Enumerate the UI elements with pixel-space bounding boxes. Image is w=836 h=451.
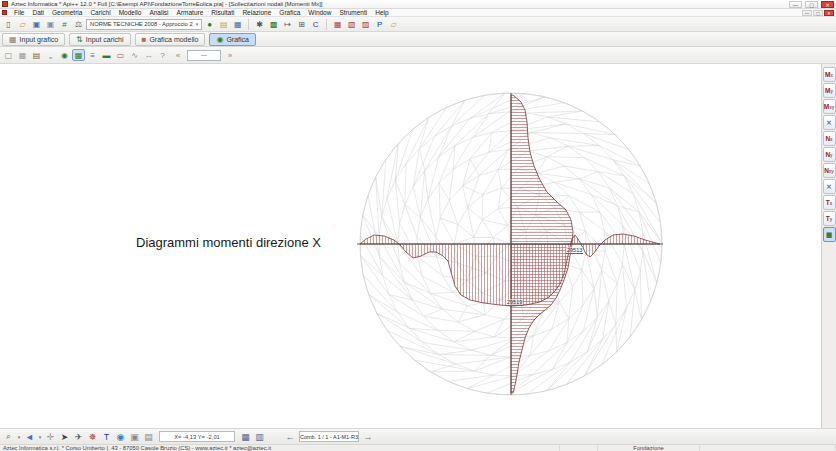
menu-relazione[interactable]: Relazione (238, 9, 275, 16)
explode-icon[interactable]: ✵ (86, 430, 99, 443)
ny-button[interactable]: Ny (823, 147, 836, 162)
layers-icon[interactable]: ▤ (217, 18, 230, 30)
table-mxy-icon[interactable]: ▨ (359, 18, 372, 30)
document-icon (2, 10, 7, 15)
zoom-icon[interactable]: ⌕ (2, 430, 15, 443)
table-toggle-icon[interactable]: ▥ (253, 430, 266, 443)
menu-risultati[interactable]: Risultati (207, 9, 238, 16)
tab-grafica[interactable]: ◉Grafica (209, 33, 256, 46)
menu-dati[interactable]: Dati (28, 9, 48, 16)
select-pointer-icon[interactable]: ➤ (58, 430, 71, 443)
graphics-icon: ◉ (216, 35, 223, 44)
blank-view-icon[interactable]: ▢ (2, 49, 15, 61)
norms-scales-icon[interactable]: ⚖ (72, 18, 85, 30)
my-button[interactable]: My (823, 83, 836, 98)
report-icon[interactable]: ⊞ (295, 18, 308, 30)
grid-toggle-icon[interactable]: ▦ (239, 430, 252, 443)
mxy-button[interactable]: Mxy (823, 99, 836, 114)
mesh-options-icon[interactable]: ▦ (231, 18, 244, 30)
world-view-icon[interactable]: ◉ (114, 430, 127, 443)
new-file-icon[interactable]: ▯ (2, 18, 15, 30)
tab-grafica-modello[interactable]: ■Grafica modello (135, 33, 206, 46)
tx-button[interactable]: Tx (823, 195, 836, 210)
tab-input-grafico[interactable]: ▦Input grafico (2, 33, 65, 46)
status-spacer-cell (560, 445, 598, 451)
diagram-map-button[interactable]: ▦ (823, 227, 836, 242)
result-type-toolbar: MxMyMxy✕NxNyNxy✕TxTy▦ (821, 64, 836, 428)
chevron-down-icon: ▾ (196, 21, 199, 27)
value-label: 29513 (566, 247, 583, 254)
nx-button[interactable]: Nx (823, 131, 836, 146)
model-icon: ■ (142, 35, 147, 44)
list-results-icon[interactable]: ≡ (86, 49, 99, 61)
ty-button[interactable]: Ty (823, 211, 836, 226)
menu-grafica[interactable]: Grafica (275, 9, 304, 16)
tools-icon[interactable]: ✱ (253, 18, 266, 30)
m-cross-button[interactable]: ✕ (823, 115, 836, 130)
open-file-icon[interactable]: ▱ (16, 18, 29, 30)
mdi-minimize-button[interactable]: — (802, 10, 812, 16)
n-cross-button[interactable]: ✕ (823, 179, 836, 194)
menu-carichi[interactable]: Carichi (86, 9, 114, 16)
menu-modello[interactable]: Modello (115, 9, 146, 16)
prev-combination-button[interactable]: ← (282, 431, 298, 443)
hand-pan-icon[interactable]: ✛ (44, 430, 57, 443)
table-my-icon[interactable]: ▧ (345, 18, 358, 30)
print-icon[interactable]: P (373, 18, 386, 30)
annotations-icon[interactable]: „ (44, 49, 57, 61)
menu-analisi[interactable]: Analisi (145, 9, 172, 16)
mdi-close-button[interactable]: ✕ (824, 10, 834, 16)
combination-combo[interactable]: Comb. 1 / 1 - A1-M1-R3 (299, 431, 359, 442)
tab-input-carichi[interactable]: ⇅Input carichi (69, 33, 130, 46)
menu-file[interactable]: File (10, 9, 28, 16)
mdi-restore-button[interactable]: ▢ (813, 10, 823, 16)
window-title: Aztec Informatica * Api++ 12.0 * Full [C… (11, 1, 786, 7)
menu-window[interactable]: Window (304, 9, 335, 16)
render-icon[interactable]: ◉ (58, 49, 71, 61)
snapshot-icon[interactable]: ▣ (128, 430, 141, 443)
menu-strumenti[interactable]: Strumenti (335, 9, 371, 16)
menu-help[interactable]: Help (371, 9, 392, 16)
units-icon[interactable]: # (58, 18, 71, 30)
dimension-icon[interactable]: ↔ (142, 49, 155, 61)
maximize-button[interactable]: ▢ (805, 1, 818, 8)
layered-view-icon[interactable]: ▤ (30, 49, 43, 61)
save-view-icon[interactable]: ▣ (30, 18, 43, 30)
zoom-icon-dropdown[interactable]: ▾ (16, 434, 22, 440)
page-setup-icon[interactable]: ▤ (142, 430, 155, 443)
legend-icon[interactable]: ▬ (100, 49, 113, 61)
help-pointer-icon[interactable]: ? (156, 49, 169, 61)
copy-view-icon[interactable]: ▣ (44, 18, 57, 30)
analysis-icon[interactable]: ▩ (267, 18, 280, 30)
fly-over-icon[interactable]: ✈ (72, 430, 85, 443)
cursor-coordinates: X= -4,13 Y= -2,01 (159, 431, 235, 442)
materials-icon[interactable]: ● (203, 18, 216, 30)
export-icon[interactable]: ↦ (281, 18, 294, 30)
minimize-button[interactable]: — (789, 1, 802, 8)
grid-icon: ▦ (9, 35, 17, 44)
nxy-button[interactable]: Nxy (823, 163, 836, 178)
norms-combo[interactable]: NORME TECNICHE 2008 - Approccio 2 ▾ (86, 19, 202, 30)
text-tool-icon[interactable]: T (100, 430, 113, 443)
pan-back-icon[interactable]: ◄ (23, 430, 36, 443)
pan-back-icon-dropdown[interactable]: ▾ (37, 434, 43, 440)
main-area: Diagrammi momenti direzione X 2951329519… (0, 64, 836, 428)
copyright-icon[interactable]: C (309, 18, 322, 30)
loads-icon: ⇅ (76, 35, 83, 44)
prev-view-button[interactable]: « (170, 49, 186, 61)
menu-geometria[interactable]: Geometria (48, 9, 86, 16)
scale-field[interactable]: — (187, 50, 221, 61)
paste-icon[interactable]: ▱ (387, 18, 400, 30)
bottom-toolbar: ⌕▾◄▾✛➤✈✵T◉▣▤ X= -4,13 Y= -2,01 ▦▥ ← Comb… (0, 428, 836, 444)
next-combination-button[interactable]: → (360, 431, 376, 443)
section-icon[interactable]: ▭ (114, 49, 127, 61)
node-grid-icon[interactable]: ▦ (16, 49, 29, 61)
table-mx-icon[interactable]: ▦ (331, 18, 344, 30)
menu-armature[interactable]: Armature (173, 9, 208, 16)
mx-button[interactable]: Mx (823, 67, 836, 82)
next-view-button[interactable]: » (222, 49, 238, 61)
drawing-canvas[interactable]: Diagrammi momenti direzione X 2951329519 (0, 64, 821, 428)
moment-diagram-icon[interactable]: ▦ (72, 49, 85, 61)
curve-icon[interactable]: ∿ (128, 49, 141, 61)
close-button[interactable]: ✕ (821, 1, 834, 8)
